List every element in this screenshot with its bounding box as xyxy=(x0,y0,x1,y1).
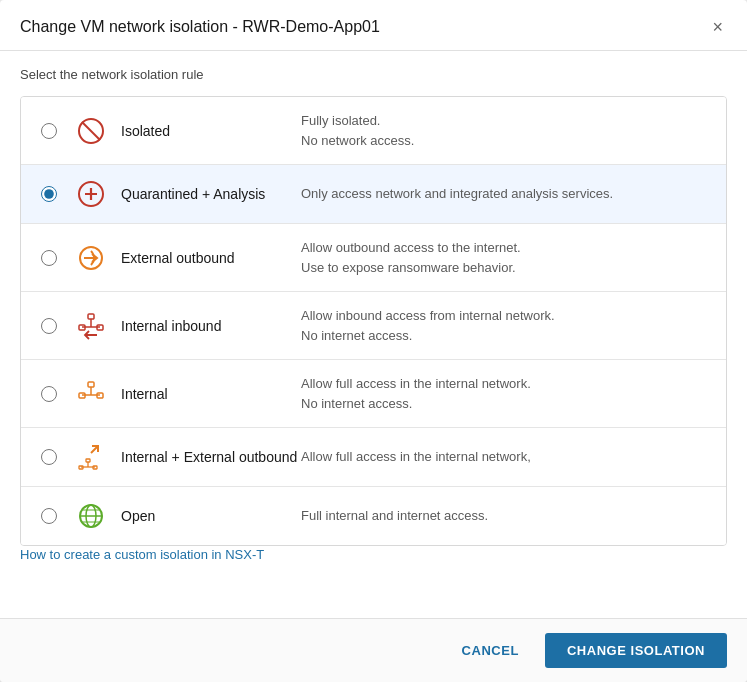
option-internal-external-outbound[interactable]: Internal + External outbound Allow full … xyxy=(21,428,726,487)
icon-wrap-isolated xyxy=(69,116,113,146)
svg-line-20 xyxy=(91,446,98,453)
option-desc-internal-inbound: Allow inbound access from internal netwo… xyxy=(301,306,710,345)
icon-wrap-internal xyxy=(69,379,113,409)
radio-internal-inbound[interactable] xyxy=(41,318,57,334)
option-name-quarantined: Quarantined + Analysis xyxy=(121,186,301,202)
radio-open[interactable] xyxy=(41,508,57,524)
dialog-body: Select the network isolation rule Isolat… xyxy=(0,51,747,618)
option-name-internal: Internal xyxy=(121,386,301,402)
option-desc-quarantined: Only access network and integrated analy… xyxy=(301,184,710,204)
option-desc-internal-external-outbound: Allow full access in the internal networ… xyxy=(301,447,710,467)
option-desc-isolated: Fully isolated.No network access. xyxy=(301,111,710,150)
open-icon xyxy=(76,501,106,531)
radio-internal-external-outbound[interactable] xyxy=(41,449,57,465)
option-isolated[interactable]: Isolated Fully isolated.No network acces… xyxy=(21,97,726,165)
change-isolation-button[interactable]: CHANGE ISOLATION xyxy=(545,633,727,668)
option-name-isolated: Isolated xyxy=(121,123,301,139)
svg-rect-7 xyxy=(88,314,94,319)
radio-isolated[interactable] xyxy=(41,123,57,139)
option-desc-external-outbound: Allow outbound access to the internet.Us… xyxy=(301,238,710,277)
internal-external-outbound-icon xyxy=(76,442,106,472)
option-desc-internal: Allow full access in the internal networ… xyxy=(301,374,710,413)
option-name-external-outbound: External outbound xyxy=(121,250,301,266)
option-external-outbound[interactable]: External outbound Allow outbound access … xyxy=(21,224,726,292)
option-desc-open: Full internal and internet access. xyxy=(301,506,710,526)
icon-wrap-external-outbound xyxy=(69,243,113,273)
icon-wrap-internal-inbound xyxy=(69,311,113,341)
external-outbound-icon xyxy=(76,243,106,273)
quarantined-icon xyxy=(76,179,106,209)
icon-wrap-open xyxy=(69,501,113,531)
option-name-internal-external-outbound: Internal + External outbound xyxy=(121,449,301,465)
svg-line-1 xyxy=(82,122,100,140)
radio-internal[interactable] xyxy=(41,386,57,402)
option-internal[interactable]: Internal Allow full access in the intern… xyxy=(21,360,726,428)
option-name-internal-inbound: Internal inbound xyxy=(121,318,301,334)
dialog-footer: CANCEL CHANGE ISOLATION xyxy=(0,618,747,682)
svg-rect-14 xyxy=(88,382,94,387)
cancel-button[interactable]: CANCEL xyxy=(444,633,537,668)
radio-external-outbound[interactable] xyxy=(41,250,57,266)
dialog-title: Change VM network isolation - RWR-Demo-A… xyxy=(20,18,380,36)
icon-wrap-internal-external-outbound xyxy=(69,442,113,472)
isolated-icon xyxy=(76,116,106,146)
change-isolation-dialog: Change VM network isolation - RWR-Demo-A… xyxy=(0,0,747,682)
option-name-open: Open xyxy=(121,508,301,524)
internal-inbound-icon xyxy=(76,311,106,341)
internal-icon xyxy=(76,379,106,409)
close-button[interactable]: × xyxy=(708,16,727,38)
dialog-header: Change VM network isolation - RWR-Demo-A… xyxy=(0,0,747,51)
help-link[interactable]: How to create a custom isolation in NSX-… xyxy=(20,547,264,562)
isolation-option-list: Isolated Fully isolated.No network acces… xyxy=(20,96,727,546)
icon-wrap-quarantined xyxy=(69,179,113,209)
option-internal-inbound[interactable]: Internal inbound Allow inbound access fr… xyxy=(21,292,726,360)
option-open[interactable]: Open Full internal and internet access. xyxy=(21,487,726,545)
dialog-subtitle: Select the network isolation rule xyxy=(20,67,727,82)
option-quarantined[interactable]: Quarantined + Analysis Only access netwo… xyxy=(21,165,726,224)
svg-rect-21 xyxy=(86,459,90,462)
radio-quarantined[interactable] xyxy=(41,186,57,202)
